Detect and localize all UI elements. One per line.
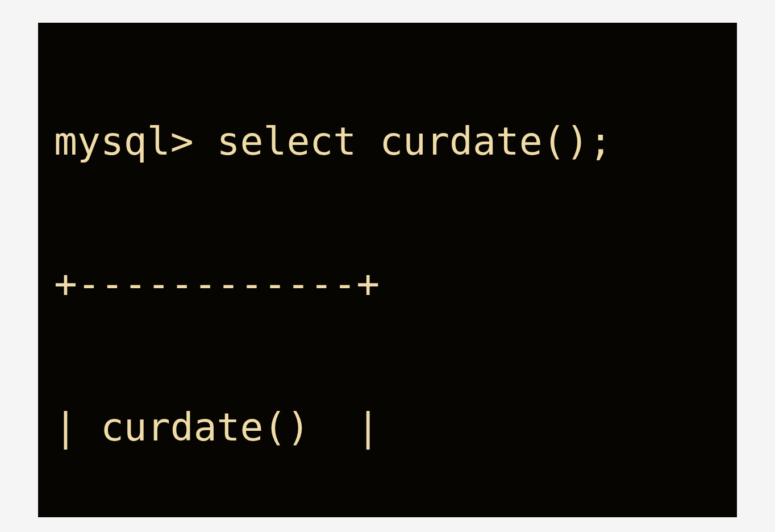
table-header-row: | curdate() | (54, 392, 721, 463)
sql-command: select curdate(); (217, 119, 612, 164)
mysql-prompt: mysql> (54, 119, 217, 164)
table-border-top: +------------+ (54, 248, 721, 320)
mysql-terminal[interactable]: mysql> select curdate(); +------------+ … (38, 23, 737, 517)
command-line: mysql> select curdate(); (54, 106, 721, 177)
